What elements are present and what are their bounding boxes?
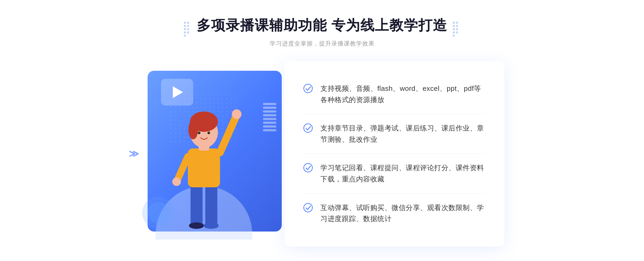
svg-line-5	[220, 116, 236, 152]
feature-text-2: 支持章节目录、弹题考试、课后练习、课后作业、章节测验、批改作业	[320, 123, 486, 145]
svg-line-6	[177, 156, 188, 181]
svg-rect-0	[191, 183, 203, 226]
feature-item-2: 支持章节目录、弹题考试、课后练习、课后作业、章节测验、批改作业	[303, 114, 486, 154]
dots-decoration-right-icon	[453, 22, 460, 29]
svg-point-7	[232, 109, 241, 119]
svg-point-3	[204, 222, 219, 229]
check-circle-icon-4	[303, 203, 313, 212]
svg-rect-4	[188, 148, 220, 187]
play-icon	[173, 86, 183, 98]
svg-point-13	[198, 132, 200, 134]
check-circle-icon-3	[303, 163, 313, 173]
feature-text-3: 学习笔记回看、课程提问、课程评论打分、课件资料下载，重点内容收藏	[320, 162, 486, 185]
svg-point-2	[189, 222, 204, 229]
title-row: 多项录播课辅助功能 专为线上教学打造	[0, 16, 644, 35]
feature-text-4: 互动弹幕、试听购买、微信分享、观看次数限制、学习进度跟踪、数据统计	[320, 202, 486, 225]
dots-decoration-left-icon	[184, 22, 191, 29]
feature-text-1: 支持视频、音频、flash、word、excel、ppt、pdf等各种格式的资源…	[320, 83, 486, 105]
main-content: ≫ 支持视频、音频、flash、word、excel、ppt、pdf等各种格式的…	[134, 61, 510, 247]
feature-item-3: 学习笔记回看、课程提问、课程评论打分、课件资料下载，重点内容收藏	[303, 154, 486, 193]
features-panel: 支持视频、音频、flash、word、excel、ppt、pdf等各种格式的资源…	[284, 61, 504, 247]
svg-point-15	[304, 84, 312, 93]
deco-circle-inner	[148, 202, 169, 223]
svg-point-8	[172, 177, 181, 186]
svg-point-16	[304, 124, 312, 132]
svg-point-18	[304, 203, 312, 212]
chevrons-left-icon: ≫	[129, 148, 139, 159]
person-illustration	[166, 100, 241, 240]
check-circle-icon-2	[303, 123, 313, 133]
svg-rect-1	[205, 183, 217, 226]
svg-point-12	[188, 120, 198, 139]
stripe-decoration	[263, 103, 276, 132]
svg-point-17	[304, 163, 312, 172]
page-subtitle: 学习进度全掌握，提升录播课教学效果	[0, 40, 644, 48]
feature-item-4: 互动弹幕、试听购买、微信分享、观看次数限制、学习进度跟踪、数据统计	[303, 194, 486, 233]
page-title: 多项录播课辅助功能 专为线上教学打造	[197, 16, 447, 35]
illustration-wrapper: ≫	[140, 63, 295, 245]
check-circle-icon-1	[303, 84, 313, 93]
svg-point-14	[207, 132, 210, 134]
feature-item-1: 支持视频、音频、flash、word、excel、ppt、pdf等各种格式的资源…	[303, 74, 486, 114]
header-section: 多项录播课辅助功能 专为线上教学打造 学习进度全掌握，提升录播课教学效果	[0, 16, 644, 48]
